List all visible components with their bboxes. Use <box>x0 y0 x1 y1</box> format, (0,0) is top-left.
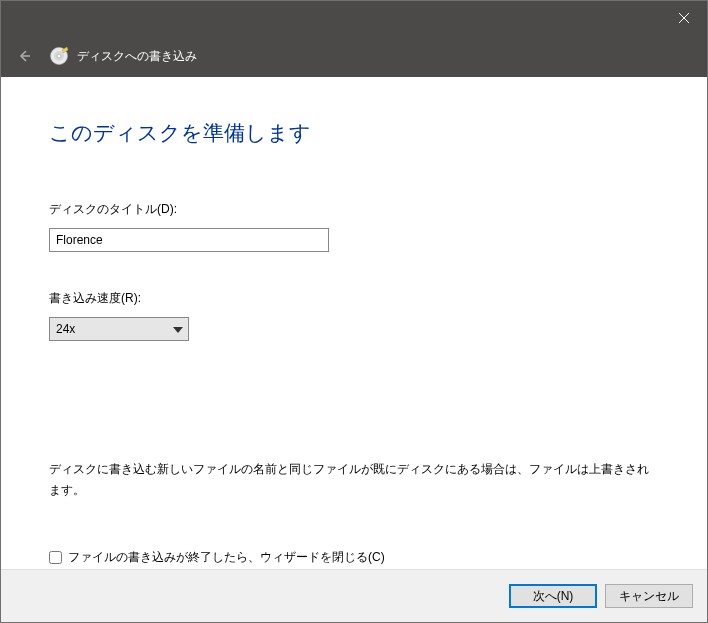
disc-icon <box>49 46 69 66</box>
write-speed-label: 書き込み速度(R): <box>49 290 667 307</box>
close-icon <box>679 13 689 23</box>
overwrite-note: ディスクに書き込む新しいファイルの名前と同じファイルが既にディスクにある場合は、… <box>49 459 649 501</box>
titlebar <box>1 1 707 35</box>
page-heading: このディスクを準備します <box>49 119 667 147</box>
close-wizard-checkbox[interactable] <box>49 551 62 564</box>
wizard-title: ディスクへの書き込み <box>77 48 197 65</box>
disc-title-label: ディスクのタイトル(D): <box>49 201 667 218</box>
close-wizard-label: ファイルの書き込みが終了したら、ウィザードを閉じる(C) <box>68 549 385 566</box>
close-button[interactable] <box>661 1 707 35</box>
wizard-window: ディスクへの書き込み このディスクを準備します ディスクのタイトル(D): 書き… <box>0 0 708 623</box>
back-button[interactable] <box>13 45 35 67</box>
disc-title-input[interactable] <box>49 228 329 252</box>
svg-point-5 <box>57 54 61 58</box>
wizard-header: ディスクへの書き込み <box>1 35 707 77</box>
cancel-button[interactable]: キャンセル <box>605 584 693 608</box>
write-speed-select[interactable]: 24x <box>49 317 189 341</box>
next-button[interactable]: 次へ(N) <box>509 584 597 608</box>
wizard-footer: 次へ(N) キャンセル <box>1 569 707 622</box>
back-arrow-icon <box>17 49 31 63</box>
close-wizard-row: ファイルの書き込みが終了したら、ウィザードを閉じる(C) <box>49 549 667 566</box>
wizard-content: このディスクを準備します ディスクのタイトル(D): 書き込み速度(R): 24… <box>1 77 707 569</box>
